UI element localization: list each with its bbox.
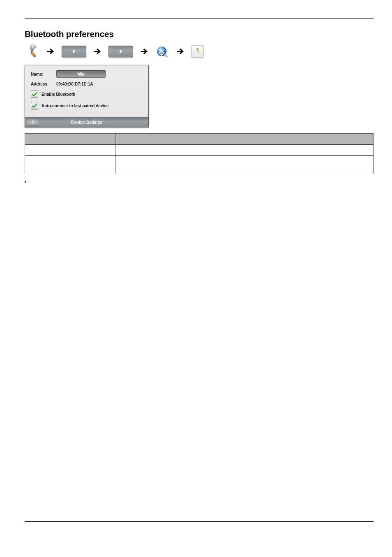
enable-bluetooth-label: Enable Bluetooth — [42, 92, 75, 97]
autoconnect-label: Auto-connect to last paired device — [42, 104, 108, 108]
svg-rect-3 — [197, 51, 200, 53]
arrow-right-icon — [92, 46, 102, 56]
address-value: 00:40:D0:D7:1E:1A — [56, 82, 93, 86]
table-cell — [25, 156, 115, 174]
settings-table — [25, 133, 374, 174]
svg-rect-1 — [30, 51, 37, 58]
back-button[interactable] — [27, 118, 39, 126]
table-cell — [115, 134, 374, 145]
arrow-right-icon — [46, 46, 55, 56]
table-cell — [115, 156, 374, 174]
name-field[interactable]: Mio — [56, 70, 106, 78]
device-settings-bar: Device Settings — [25, 117, 148, 127]
table-cell — [25, 134, 115, 145]
enable-bluetooth-checkbox[interactable] — [31, 90, 38, 98]
device-settings-panel: Name: Mio Address: 00:40:D0:D7:1E:1A Ena… — [25, 65, 149, 127]
table-cell — [115, 145, 374, 156]
settings-button[interactable] — [191, 45, 204, 58]
bullet-icon — [25, 181, 26, 183]
nav-panel-1[interactable] — [62, 46, 86, 57]
wrench-icon[interactable] — [25, 44, 39, 59]
bluetooth-icon[interactable] — [155, 44, 169, 58]
device-settings-bar-label: Device Settings — [71, 120, 102, 125]
arrow-right-icon — [139, 46, 149, 56]
address-label: Address: — [31, 82, 51, 86]
arrow-right-icon — [175, 46, 185, 56]
table-cell — [25, 145, 115, 156]
page-title: Bluetooth preferences — [25, 29, 374, 39]
page-footer-rule — [25, 521, 374, 530]
nav-panel-2[interactable] — [108, 46, 133, 57]
autoconnect-checkbox[interactable] — [31, 102, 38, 109]
name-label: Name: — [31, 72, 51, 76]
breadcrumb — [25, 44, 374, 59]
